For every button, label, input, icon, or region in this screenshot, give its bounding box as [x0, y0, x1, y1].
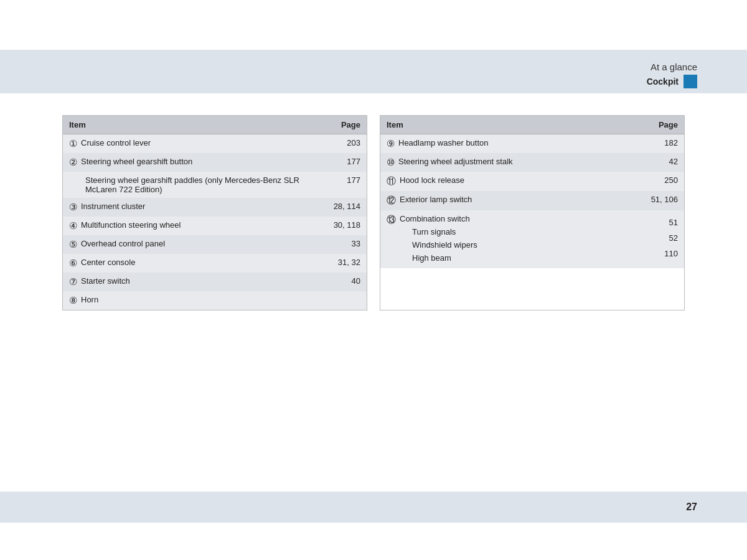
item-number: ⑩	[387, 157, 395, 168]
table-row: ④Multifunction steering wheel30, 118	[63, 217, 367, 235]
item-number: ⑨	[387, 138, 395, 149]
right-col-page-header: Page	[645, 116, 684, 134]
item-cell: ⑧Horn	[63, 291, 327, 310]
item-cell: ⑤Overhead control panel	[63, 235, 327, 254]
main-content: Item Page ①Cruise control lever203②Steer…	[62, 115, 685, 310]
table-row: ⑩Steering wheel adjustment stalk42	[380, 153, 684, 172]
left-col-page-header: Page	[327, 116, 367, 134]
right-col-item-header: Item	[380, 116, 645, 134]
header-section: At a glance Cockpit	[647, 62, 697, 88]
page-value: 42	[645, 153, 684, 172]
item-label: Combination switchTurn signalsWindshield…	[400, 214, 477, 264]
left-table: Item Page ①Cruise control lever203②Steer…	[62, 115, 367, 310]
table-row: ⑥Center console31, 32	[63, 254, 367, 273]
sub-item-label: Windshield wipers	[412, 239, 477, 252]
table-row: ⑬Combination switchTurn signalsWindshiel…	[380, 210, 684, 268]
item-cell: ⑫Exterior lamp switch	[380, 191, 645, 210]
item-number: ⑫	[387, 195, 396, 207]
right-table: Item Page ⑨Headlamp washer button182⑩Ste…	[380, 115, 685, 310]
item-cell: ⑪Hood lock release	[380, 172, 645, 191]
sub-item-label: High beam	[412, 252, 451, 265]
left-col-item-header: Item	[63, 116, 327, 134]
table-row: ⑨Headlamp washer button182	[380, 134, 684, 154]
top-header-bar: At a glance Cockpit	[0, 50, 747, 93]
item-cell: ①Cruise control lever	[63, 134, 327, 154]
sub-page-value: 51	[651, 217, 678, 230]
item-number: ⑧	[69, 295, 77, 306]
page-value: 33	[327, 235, 367, 254]
item-number: ④	[69, 220, 77, 231]
bottom-footer-bar: 27	[0, 492, 747, 523]
item-number: ⑦	[69, 276, 77, 287]
page-value: 250	[645, 172, 684, 191]
list-item: Turn signals	[412, 226, 477, 239]
table-row: ①Cruise control lever203	[63, 134, 367, 154]
item-label: Overhead control panel	[81, 239, 165, 248]
page-value: 5152110	[645, 210, 684, 268]
sub-item-list: Turn signalsWindshield wipersHigh beam	[400, 226, 477, 264]
item-cell: ⑩Steering wheel adjustment stalk	[380, 153, 645, 172]
blue-accent-block	[684, 75, 697, 88]
sub-page-value: 110	[651, 248, 678, 261]
item-number: ⑬	[387, 214, 396, 226]
table-row: ③Instrument cluster28, 114	[63, 198, 367, 217]
table-row: ⑤Overhead control panel33	[63, 235, 367, 254]
item-cell: ③Instrument cluster	[63, 198, 327, 217]
table-row: Steering wheel gearshift paddles (only M…	[63, 172, 367, 198]
item-cell: ②Steering wheel gearshift button	[63, 153, 327, 172]
table-row: ⑧Horn	[63, 291, 367, 310]
item-label-indented: Steering wheel gearshift paddles (only M…	[69, 175, 321, 194]
table-row: ⑫Exterior lamp switch51, 106	[380, 191, 684, 210]
item-number: ③	[69, 202, 77, 213]
page-value: 40	[327, 273, 367, 291]
header-sub-row: Cockpit	[647, 75, 697, 88]
item-cell: Steering wheel gearshift paddles (only M…	[63, 172, 327, 198]
sub-page-value: 52	[651, 232, 678, 245]
item-label: Hood lock release	[400, 175, 464, 185]
item-cell: ⑦Starter switch	[63, 273, 327, 291]
list-item: High beam	[412, 252, 477, 265]
page-value: 31, 32	[327, 254, 367, 273]
table-row: ②Steering wheel gearshift button177	[63, 153, 367, 172]
item-cell: ⑨Headlamp washer button	[380, 134, 645, 154]
item-label: Headlamp washer button	[398, 138, 489, 147]
page-value	[327, 291, 367, 310]
table-row: ⑦Starter switch40	[63, 273, 367, 291]
item-label: Multifunction steering wheel	[81, 220, 181, 230]
item-label: Center console	[81, 258, 135, 267]
item-label: Cruise control lever	[81, 138, 151, 147]
header-title: At a glance	[651, 62, 697, 72]
item-label: Instrument cluster	[81, 202, 145, 211]
item-label: Horn	[81, 295, 98, 304]
header-subtitle: Cockpit	[647, 77, 679, 86]
item-label: Exterior lamp switch	[400, 195, 472, 204]
item-label: Starter switch	[81, 276, 130, 286]
sub-item-label: Turn signals	[412, 226, 456, 239]
page-value: 182	[645, 134, 684, 154]
page-value: 30, 118	[327, 217, 367, 235]
table-row: ⑪Hood lock release250	[380, 172, 684, 191]
item-label: Steering wheel gearshift button	[81, 157, 192, 166]
item-number: ⑪	[387, 175, 396, 187]
item-cell: ④Multifunction steering wheel	[63, 217, 327, 235]
list-item: Windshield wipers	[412, 239, 477, 252]
page-number: 27	[686, 502, 697, 513]
page-value: 177	[327, 153, 367, 172]
item-cell: ⑬Combination switchTurn signalsWindshiel…	[380, 210, 645, 268]
item-label: Steering wheel adjustment stalk	[398, 157, 513, 166]
item-number: ①	[69, 138, 77, 149]
item-number: ⑤	[69, 239, 77, 250]
page-value: 203	[327, 134, 367, 154]
item-number: ②	[69, 157, 77, 168]
page-value: 177	[327, 172, 367, 198]
item-cell: ⑥Center console	[63, 254, 327, 273]
page-value: 28, 114	[327, 198, 367, 217]
item-number: ⑥	[69, 258, 77, 269]
page-value: 51, 106	[645, 191, 684, 210]
